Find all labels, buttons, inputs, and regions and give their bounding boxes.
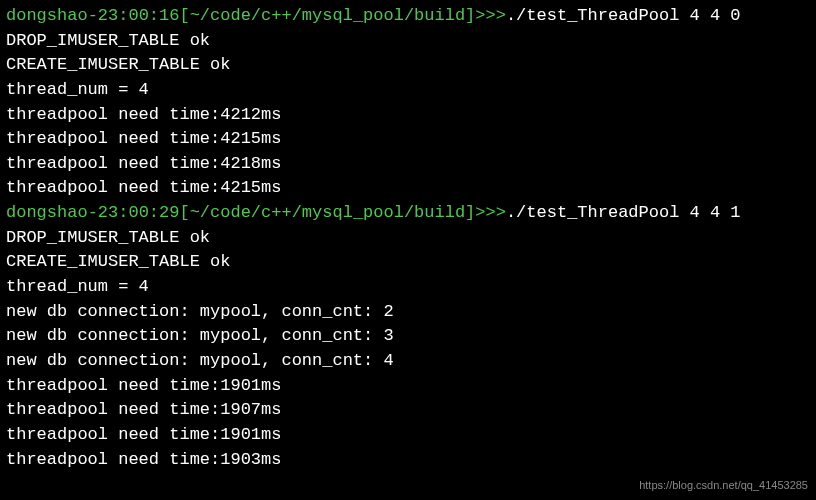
output-text: threadpool need time:1903ms — [6, 450, 281, 469]
output-text: threadpool need time:4212ms — [6, 105, 281, 124]
terminal-output-line: thread_num = 4 — [6, 275, 810, 300]
prompt-bracket-open: [ — [179, 6, 189, 25]
prompt-time: 23:00:29 — [98, 203, 180, 222]
terminal-output-line: new db connection: mypool, conn_cnt: 2 — [6, 300, 810, 325]
prompt-separator: - — [88, 6, 98, 25]
command-text: ./test_ThreadPool 4 4 0 — [506, 6, 741, 25]
terminal-output-line: threadpool need time:4215ms — [6, 176, 810, 201]
output-text: threadpool need time:4215ms — [6, 129, 281, 148]
command-text: ./test_ThreadPool 4 4 1 — [506, 203, 741, 222]
prompt-bracket-close: ] — [465, 6, 475, 25]
terminal-output-line: threadpool need time:1901ms — [6, 374, 810, 399]
output-text: DROP_IMUSER_TABLE ok — [6, 228, 210, 247]
prompt-marker: >>> — [475, 203, 506, 222]
terminal-output-line: threadpool need time:4215ms — [6, 127, 810, 152]
terminal-prompt-line: dongshao-23:00:29[~/code/c++/mysql_pool/… — [6, 201, 810, 226]
output-text: thread_num = 4 — [6, 80, 149, 99]
terminal-output-line: threadpool need time:4212ms — [6, 103, 810, 128]
terminal-output-line: new db connection: mypool, conn_cnt: 4 — [6, 349, 810, 374]
output-text: new db connection: mypool, conn_cnt: 4 — [6, 351, 394, 370]
terminal-prompt-line: dongshao-23:00:16[~/code/c++/mysql_pool/… — [6, 4, 810, 29]
terminal-output[interactable]: dongshao-23:00:16[~/code/c++/mysql_pool/… — [6, 4, 810, 472]
prompt-bracket-close: ] — [465, 203, 475, 222]
output-text: new db connection: mypool, conn_cnt: 3 — [6, 326, 394, 345]
terminal-output-line: CREATE_IMUSER_TABLE ok — [6, 250, 810, 275]
prompt-user: dongshao — [6, 6, 88, 25]
terminal-output-line: threadpool need time:1903ms — [6, 448, 810, 473]
output-text: CREATE_IMUSER_TABLE ok — [6, 55, 230, 74]
prompt-path: ~/code/c++/mysql_pool/build — [190, 6, 465, 25]
terminal-output-line: threadpool need time:1907ms — [6, 398, 810, 423]
terminal-output-line: threadpool need time:4218ms — [6, 152, 810, 177]
terminal-output-line: DROP_IMUSER_TABLE ok — [6, 29, 810, 54]
prompt-path: ~/code/c++/mysql_pool/build — [190, 203, 465, 222]
output-text: DROP_IMUSER_TABLE ok — [6, 31, 210, 50]
watermark-text: https://blog.csdn.net/qq_41453285 — [639, 478, 808, 494]
output-text: threadpool need time:1901ms — [6, 425, 281, 444]
terminal-output-line: CREATE_IMUSER_TABLE ok — [6, 53, 810, 78]
output-text: CREATE_IMUSER_TABLE ok — [6, 252, 230, 271]
output-text: threadpool need time:1907ms — [6, 400, 281, 419]
output-text: new db connection: mypool, conn_cnt: 2 — [6, 302, 394, 321]
terminal-output-line: thread_num = 4 — [6, 78, 810, 103]
output-text: thread_num = 4 — [6, 277, 149, 296]
terminal-output-line: DROP_IMUSER_TABLE ok — [6, 226, 810, 251]
prompt-bracket-open: [ — [179, 203, 189, 222]
prompt-marker: >>> — [475, 6, 506, 25]
output-text: threadpool need time:1901ms — [6, 376, 281, 395]
prompt-user: dongshao — [6, 203, 88, 222]
terminal-output-line: threadpool need time:1901ms — [6, 423, 810, 448]
terminal-output-line: new db connection: mypool, conn_cnt: 3 — [6, 324, 810, 349]
output-text: threadpool need time:4218ms — [6, 154, 281, 173]
prompt-time: 23:00:16 — [98, 6, 180, 25]
output-text: threadpool need time:4215ms — [6, 178, 281, 197]
prompt-separator: - — [88, 203, 98, 222]
